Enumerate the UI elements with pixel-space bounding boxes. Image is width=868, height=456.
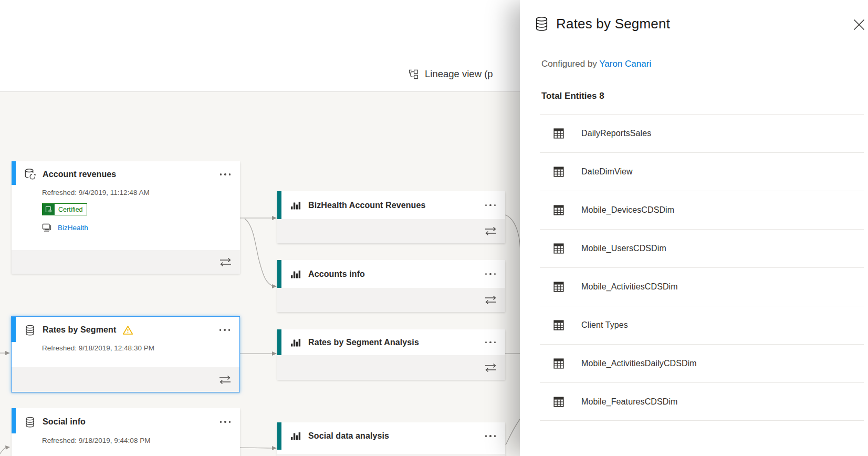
table-icon <box>553 320 564 330</box>
entity-row: Mobile_ActivitiesDailyCDSDim <box>540 344 864 382</box>
report-card-social-data-analysis[interactable]: Social data analysis <box>277 422 505 456</box>
refreshed-text: Refreshed: 9/18/2019, 9:44:08 PM <box>42 437 150 444</box>
entity-name: DateDimView <box>581 167 633 177</box>
database-icon <box>535 16 548 32</box>
related-content-icon[interactable] <box>484 227 498 236</box>
entity-name: Mobile_ActivitiesCDSDim <box>581 282 678 292</box>
dataset-card-account-revenues[interactable]: Account revenues Refreshed: 9/4/2019, 11… <box>12 161 240 274</box>
more-options-icon[interactable] <box>485 273 496 275</box>
card-footer <box>277 288 505 312</box>
entity-name: Mobile_ActivitiesDailyCDSDim <box>581 359 697 368</box>
related-content-icon[interactable] <box>218 257 233 266</box>
refreshed-text: Refreshed: 9/4/2019, 11:12:48 AM <box>42 189 150 196</box>
card-title: Account revenues <box>43 170 116 179</box>
card-footer <box>12 367 239 392</box>
card-title: Rates by Segment Analysis <box>308 338 419 347</box>
power-bi-lineage-screen: Lineage view (p <box>0 0 868 456</box>
workspace-icon <box>42 223 52 232</box>
table-icon <box>553 128 564 139</box>
card-footer <box>277 454 505 456</box>
report-card-accounts-info[interactable]: Accounts info <box>277 260 505 312</box>
dataset-card-social-info[interactable]: Social info Refreshed: 9/18/2019, 9:44:0… <box>12 408 240 456</box>
more-options-icon[interactable] <box>219 329 231 331</box>
certified-label: Certified <box>55 204 87 215</box>
card-title: Social data analysis <box>308 431 389 441</box>
related-content-icon[interactable] <box>218 375 232 384</box>
dataset-details-panel: Rates by Segment Configured by Yaron Can… <box>520 0 868 456</box>
panel-title: Rates by Segment <box>556 16 670 32</box>
table-icon <box>553 358 564 369</box>
entity-name: Mobile_UsersCDSDim <box>581 244 666 253</box>
entity-row: Mobile_FeaturesCDSDim <box>540 382 864 421</box>
entity-row: DailyReportsSales <box>540 114 864 152</box>
table-icon <box>553 282 564 292</box>
card-title: Accounts info <box>308 270 365 279</box>
more-options-icon[interactable] <box>485 204 496 206</box>
entity-list: DailyReportsSales DateDimView <box>540 114 864 421</box>
workspace-link[interactable]: BizHealth <box>58 224 88 232</box>
entity-name: Client Types <box>581 320 628 330</box>
dataset-icon <box>24 325 36 336</box>
entity-row: Mobile_UsersCDSDim <box>540 229 864 267</box>
dataflow-icon <box>24 168 36 181</box>
configured-by-label: Configured by <box>541 59 597 69</box>
configured-by: Configured by Yaron Canari <box>541 59 651 69</box>
more-options-icon[interactable] <box>485 435 496 437</box>
close-icon[interactable] <box>852 18 866 32</box>
card-footer <box>277 219 505 243</box>
report-icon <box>290 337 301 348</box>
card-title: BizHealth Account Revenues <box>308 201 425 210</box>
report-card-rates-by-segment-analysis[interactable]: Rates by Segment Analysis <box>277 329 505 380</box>
more-options-icon[interactable] <box>220 173 231 175</box>
entity-row: Mobile_ActivitiesCDSDim <box>540 267 864 306</box>
entity-name: DailyReportsSales <box>581 129 651 138</box>
configured-by-link[interactable]: Yaron Canari <box>599 59 651 69</box>
lineage-icon <box>407 67 419 81</box>
lineage-view-label: Lineage view (p <box>425 68 493 80</box>
workspace-row: BizHealth <box>42 223 88 232</box>
related-content-icon[interactable] <box>484 363 498 372</box>
report-icon <box>290 269 301 279</box>
card-title: Social info <box>43 417 86 427</box>
certified-icon <box>43 204 55 215</box>
card-title: Rates by Segment <box>43 325 116 335</box>
report-icon <box>290 431 301 441</box>
warning-icon <box>122 325 133 335</box>
panel-header: Rates by Segment <box>535 16 670 32</box>
entity-row: Client Types <box>540 306 864 344</box>
report-card-bizhealth-account-revenues[interactable]: BizHealth Account Revenues <box>277 191 505 243</box>
table-icon <box>553 397 564 407</box>
report-icon <box>290 200 301 211</box>
more-options-icon[interactable] <box>485 341 496 344</box>
entity-row: DateDimView <box>540 152 864 191</box>
lineage-view-toggle[interactable]: Lineage view (p <box>407 65 493 83</box>
total-entities: Total Entities 8 <box>541 91 604 101</box>
table-icon <box>553 167 564 177</box>
entity-name: Mobile_DevicesCDSDim <box>581 205 674 215</box>
dataset-card-rates-by-segment[interactable]: Rates by Segment Refreshed: 9/18/2019, 1… <box>11 316 240 392</box>
more-options-icon[interactable] <box>220 421 231 423</box>
table-icon <box>553 243 564 254</box>
certified-badge: Certified <box>42 203 87 215</box>
entity-name: Mobile_FeaturesCDSDim <box>581 397 678 407</box>
related-content-icon[interactable] <box>484 296 498 305</box>
table-icon <box>553 205 564 215</box>
dataset-icon <box>24 417 36 428</box>
card-footer <box>277 355 505 380</box>
refreshed-text: Refreshed: 9/18/2019, 12:48:30 PM <box>42 344 154 352</box>
card-footer <box>12 250 240 274</box>
entity-row: Mobile_DevicesCDSDim <box>540 191 864 229</box>
